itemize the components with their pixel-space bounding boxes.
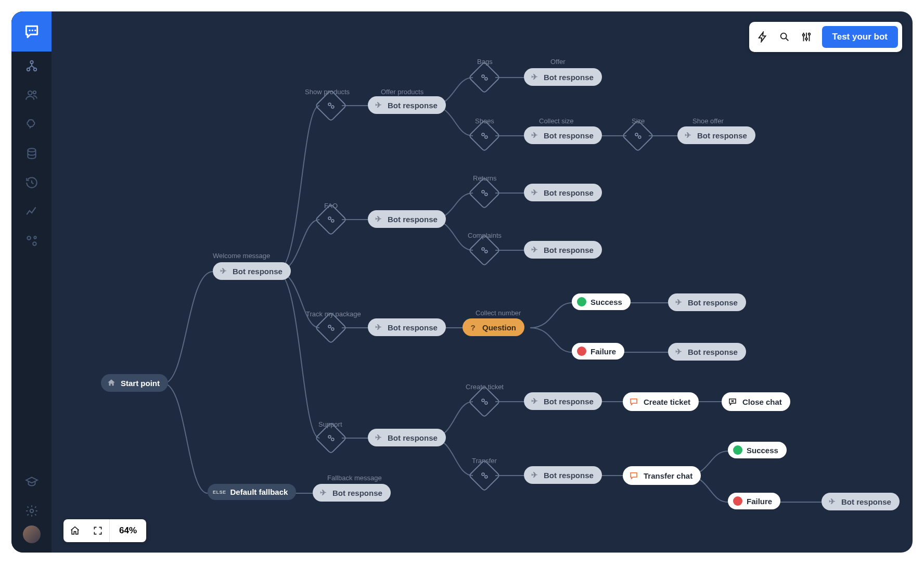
- svg-point-54: [485, 476, 487, 478]
- branch-size[interactable]: [626, 124, 649, 147]
- svg-point-0: [29, 29, 30, 31]
- node-failure2-response[interactable]: ✈Bot response: [822, 493, 900, 510]
- group-label-fallback-msg: Fallback message: [327, 474, 382, 482]
- node-label: Success: [591, 298, 622, 306]
- svg-point-7: [33, 91, 35, 94]
- node-failure-1[interactable]: Failure: [572, 343, 624, 360]
- test-bot-button[interactable]: Test your bot: [822, 26, 898, 48]
- node-default-fallback[interactable]: ELSE Default fallback: [208, 484, 296, 500]
- branch-faq[interactable]: [319, 208, 342, 231]
- node-label: Bot response: [388, 323, 438, 332]
- node-start-point[interactable]: Start point: [101, 374, 168, 392]
- node-collect-size[interactable]: ✈Bot response: [524, 126, 602, 144]
- node-faq-response[interactable]: ✈Bot response: [368, 210, 446, 228]
- group-label-collect-number: Collect number: [476, 309, 521, 317]
- node-welcome-bot-response[interactable]: ✈ Bot response: [213, 262, 291, 280]
- node-success-response[interactable]: ✈Bot response: [668, 293, 746, 311]
- flow-canvas[interactable]: Start point Welcome message ✈ Bot respon…: [52, 11, 913, 553]
- node-label: Bot response: [688, 298, 738, 307]
- node-offer[interactable]: ✈Bot response: [524, 68, 602, 86]
- node-success-1[interactable]: Success: [572, 293, 631, 310]
- send-icon: ✈: [673, 297, 684, 307]
- branch-create-ticket[interactable]: [473, 390, 496, 413]
- x-icon: [733, 496, 742, 506]
- node-failure-2[interactable]: Failure: [728, 493, 780, 509]
- node-complaints[interactable]: ✈Bot response: [524, 241, 602, 259]
- svg-point-57: [805, 38, 807, 40]
- node-label: Bot response: [544, 131, 594, 140]
- send-icon: ✈: [373, 214, 383, 224]
- node-label: Create ticket: [644, 398, 690, 406]
- group-label-collect-size: Collect size: [539, 117, 573, 125]
- node-label: Bot response: [544, 397, 594, 406]
- node-close-chat[interactable]: Close chat: [722, 392, 790, 411]
- node-label: Start point: [121, 379, 160, 388]
- nav-database-icon[interactable]: [11, 139, 52, 168]
- node-support-response[interactable]: ✈Bot response: [368, 429, 446, 446]
- lightning-icon[interactable]: [753, 28, 772, 46]
- branch-shoes[interactable]: [473, 124, 496, 147]
- node-transfer-response[interactable]: ✈Bot response: [524, 466, 602, 484]
- node-fallback-response[interactable]: ✈Bot response: [313, 484, 391, 502]
- branch-complaints[interactable]: [473, 239, 496, 262]
- svg-point-47: [482, 190, 484, 193]
- nav-flow-icon[interactable]: [11, 52, 52, 81]
- zoom-value[interactable]: 64%: [109, 519, 146, 542]
- user-avatar[interactable]: [23, 525, 41, 543]
- branch-bags[interactable]: [473, 66, 496, 89]
- node-shoe-offer[interactable]: ✈Bot response: [677, 126, 755, 144]
- branch-returns[interactable]: [473, 182, 496, 204]
- node-failure-response[interactable]: ✈Bot response: [668, 343, 746, 361]
- svg-point-2: [34, 29, 36, 31]
- node-create-ticket[interactable]: Create ticket: [623, 392, 699, 411]
- node-track-response[interactable]: ✈Bot response: [368, 318, 446, 336]
- app-frame: Start point Welcome message ✈ Bot respon…: [11, 11, 913, 553]
- node-transfer-chat[interactable]: Transfer chat: [623, 466, 701, 485]
- home-icon: [106, 378, 117, 388]
- node-label: Success: [747, 446, 778, 455]
- node-label: Bot response: [544, 188, 594, 197]
- branch-track-package[interactable]: [319, 316, 342, 339]
- node-label: Failure: [591, 347, 616, 356]
- node-offer-products[interactable]: ✈Bot response: [368, 96, 446, 114]
- node-label: Bot response: [332, 489, 382, 497]
- node-ticket-response[interactable]: ✈Bot response: [524, 392, 602, 410]
- branch-support[interactable]: [319, 427, 342, 450]
- nav-learn-icon[interactable]: [11, 467, 52, 496]
- svg-point-40: [331, 438, 334, 441]
- nav-history-icon[interactable]: [11, 168, 52, 197]
- node-success-2[interactable]: Success: [728, 442, 787, 458]
- node-label: Question: [482, 323, 516, 332]
- send-icon: ✈: [529, 245, 540, 255]
- nav-brain-icon[interactable]: [11, 110, 52, 139]
- svg-point-36: [331, 220, 334, 222]
- branch-show-products[interactable]: [319, 94, 342, 117]
- home-button[interactable]: [63, 519, 86, 542]
- nav-integrations-icon[interactable]: [11, 226, 52, 255]
- send-icon: ✈: [529, 187, 540, 198]
- user-bot-icon: [473, 239, 496, 262]
- user-bot-icon: [473, 464, 496, 487]
- svg-point-43: [482, 133, 484, 136]
- nav-analytics-icon[interactable]: [11, 197, 52, 226]
- svg-point-48: [485, 193, 487, 196]
- nav-settings-icon[interactable]: [11, 496, 52, 525]
- branch-transfer[interactable]: [473, 464, 496, 487]
- node-returns[interactable]: ✈Bot response: [524, 184, 602, 201]
- sliders-icon[interactable]: [797, 28, 816, 46]
- svg-point-49: [482, 248, 484, 250]
- svg-point-46: [638, 136, 641, 138]
- nav-users-icon[interactable]: [11, 81, 52, 110]
- fullscreen-button[interactable]: [86, 519, 109, 542]
- search-icon[interactable]: [775, 28, 794, 46]
- node-label: Bot response: [388, 215, 438, 224]
- user-bot-icon: [319, 316, 342, 339]
- user-bot-icon: [319, 427, 342, 450]
- svg-point-33: [328, 103, 331, 106]
- sidebar: [11, 11, 52, 553]
- send-icon: ✈: [529, 470, 540, 480]
- svg-point-11: [34, 236, 36, 238]
- chat-icon: [628, 470, 639, 481]
- node-question[interactable]: ?Question: [463, 318, 524, 336]
- app-logo[interactable]: [11, 11, 52, 52]
